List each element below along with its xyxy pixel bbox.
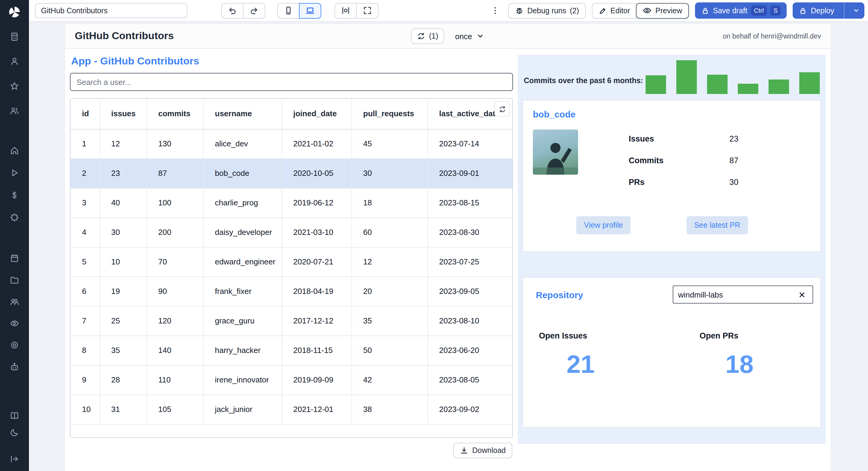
table-footer: Download [70,438,513,458]
laptop-icon [306,6,315,15]
view-profile-button[interactable]: View profile [576,216,631,234]
download-button[interactable]: Download [454,443,513,458]
stat-value: 87 [730,156,738,165]
table-cell: 60 [351,217,427,247]
table-row[interactable]: 51070edward_engineer2020-07-21122023-07-… [70,247,513,276]
table-row[interactable]: 112130alice_dev2021-01-02452023-07-14 [70,129,513,159]
column-header[interactable]: id [70,99,99,129]
app-header-controls: (1) once [411,28,485,44]
user-card-body: Issues23Commits87PRs30 [533,130,811,199]
column-header[interactable]: commits [147,99,203,129]
app-canvas: App - GitHub Contributors idissuescommit… [65,49,831,471]
app-title-input[interactable] [35,3,187,18]
play-icon[interactable] [10,168,19,178]
undo-button[interactable] [221,3,244,19]
editor-label: Editor [610,6,630,15]
search-input[interactable] [70,73,513,91]
table-row[interactable]: 430200daisy_developer2021-03-10602023-08… [70,217,513,247]
column-header[interactable]: username [203,99,281,129]
table-row[interactable]: 22387bob_code2020-10-05302023-09-01 [70,159,513,188]
dollar-icon[interactable] [10,190,19,200]
calendar-icon[interactable] [10,254,19,263]
column-header[interactable]: issues [99,99,147,129]
contributors-table: idissuescommitsusernamejoined_datepull_r… [70,98,513,438]
table-cell: 30 [351,159,427,188]
calculator-icon[interactable] [10,32,19,41]
deploy-main[interactable]: Deploy [793,6,840,15]
robot-icon[interactable] [10,362,19,372]
table-cell: 2023-09-01 [427,159,513,188]
commit-bar [646,75,666,94]
table-row[interactable]: 725120grace_guru2017-12-12352023-08-10 [70,306,513,335]
see-latest-pr-button[interactable]: See latest PR [686,216,748,234]
eye-icon[interactable] [10,318,19,328]
undo-icon [228,6,237,15]
table-row[interactable]: 340100charlie_prog2019-06-12182023-08-15 [70,188,513,217]
table-row[interactable]: 928110irene_innovator2019-09-09422023-08… [70,365,513,395]
debug-runs-button[interactable]: Debug runs (2) [508,3,586,19]
mobile-view-button[interactable] [277,3,300,19]
column-header[interactable]: pull_requests [351,99,427,129]
table-cell: 130 [147,129,203,159]
table-cell: 6 [70,276,99,306]
table-cell: 2019-06-12 [281,188,351,217]
wheel-icon[interactable] [10,213,19,222]
refresh-schedule-select[interactable]: once [455,32,485,41]
desktop-view-button[interactable] [299,3,321,19]
editor-button[interactable]: Editor [592,3,637,19]
chevron-down-icon [852,7,860,14]
clear-repository-button[interactable] [796,289,808,300]
table-row[interactable]: 835140harry_hacker2018-11-15502023-06-20 [70,335,513,365]
save-draft-label: Save draft [713,6,747,15]
redo-icon [250,6,258,15]
table-cell: 2023-08-30 [427,217,513,247]
moon-icon[interactable] [10,428,19,437]
sidebar [0,0,29,471]
kbd-ctrl: Ctrl [751,6,767,16]
deploy-dropdown-button[interactable] [848,7,864,14]
refresh-app-button[interactable]: (1) [411,28,444,44]
preview-button[interactable]: Preview [636,3,689,19]
table-cell: 30 [99,217,147,247]
book-icon[interactable] [10,411,19,420]
home-icon[interactable] [10,146,19,156]
stat-label: PRs [629,178,730,187]
table-cell: 35 [351,306,427,335]
table-cell: irene_innovator [203,365,281,395]
redo-button[interactable] [243,3,265,19]
preview-label: Preview [655,6,682,15]
repository-input[interactable] [678,290,796,299]
on-behalf-text: on behalf of henri@windmill.dev [723,33,821,40]
windmill-logo[interactable] [8,5,21,19]
main-column: Debug runs (2) Editor Preview Save draf [29,0,868,471]
fullscreen-button[interactable] [356,3,378,19]
more-options-button[interactable] [488,5,502,16]
table-cell: 28 [99,365,147,395]
download-icon [460,446,469,455]
open-issues-metric: Open Issues 21 [530,331,672,379]
left-column: App - GitHub Contributors idissuescommit… [70,55,513,471]
table-row[interactable]: 61990frank_fixer2018-04-19202023-09-05 [70,276,513,306]
phone-icon [284,6,293,15]
table-cell: 2017-12-12 [281,306,351,335]
table-cell: 25 [99,306,147,335]
column-header[interactable]: joined_date [281,99,351,129]
folder-icon[interactable] [10,275,19,285]
star-icon[interactable] [10,81,19,91]
save-draft-button[interactable]: Save draft Ctrl S [695,2,786,19]
user-group-icon[interactable] [10,297,19,307]
table-row[interactable]: 1031105jack_junior2021-12-01382023-09-02 [70,395,513,424]
gear-icon[interactable] [10,340,19,350]
stat-row: Commits87 [629,156,811,165]
commits-chart-label: Commits over the past 6 months: [524,76,643,85]
table-cell: 2021-12-01 [281,395,351,424]
user-icon[interactable] [10,57,19,66]
sidebar-group-middle [10,146,19,222]
table-cell: 70 [147,247,203,276]
table-refresh-button[interactable] [494,101,510,117]
debug-runs-label: Debug runs [527,6,566,15]
users-icon[interactable] [10,106,19,115]
deploy-button[interactable]: Deploy [793,2,864,19]
arrow-right-icon[interactable] [10,454,19,464]
center-align-button[interactable] [335,3,357,19]
